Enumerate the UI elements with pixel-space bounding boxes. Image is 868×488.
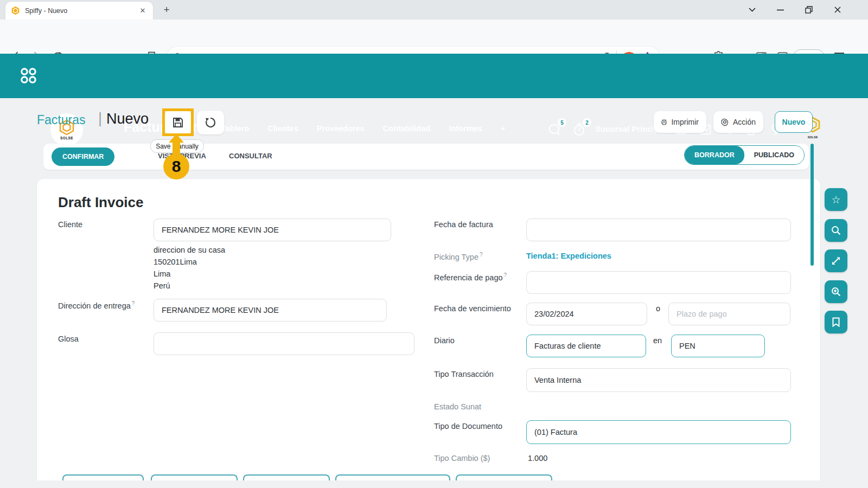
cliente-input[interactable] bbox=[154, 219, 391, 241]
timer-badge: 2 bbox=[583, 118, 591, 127]
tipo-documento-input[interactable] bbox=[526, 420, 791, 444]
bottom-tab-stub[interactable] bbox=[456, 474, 552, 480]
favicon-hexagon bbox=[11, 6, 20, 15]
fecha-factura-input[interactable] bbox=[526, 219, 791, 241]
app-header: SOLSE Facturacion Tablero Clientes Prove… bbox=[0, 54, 868, 98]
tab-close-icon[interactable]: ✕ bbox=[138, 6, 148, 16]
new-button[interactable]: Nuevo bbox=[775, 111, 813, 133]
action-button[interactable]: Acción bbox=[713, 111, 763, 133]
new-tab-button[interactable]: + bbox=[161, 4, 173, 16]
minimize-icon[interactable] bbox=[773, 2, 788, 17]
brand-name: SOLSE bbox=[60, 136, 73, 140]
browser-tab[interactable]: Spiffy - Nuevo ✕ bbox=[5, 2, 153, 20]
direccion-entrega-label: Dirección de entrega? bbox=[58, 300, 135, 310]
address-line: direccion de su casa bbox=[154, 244, 225, 256]
expand-button[interactable] bbox=[825, 249, 847, 272]
tab-strip: Spiffy - Nuevo ✕ + bbox=[0, 0, 868, 20]
invoice-form-card: Draft Invoice Cliente direccion de su ca… bbox=[37, 179, 820, 480]
print-button[interactable]: Imprimir bbox=[654, 111, 706, 133]
favorite-icon: ☆ bbox=[831, 194, 840, 206]
menu-add[interactable]: + bbox=[501, 124, 505, 133]
save-floppy-icon bbox=[173, 117, 183, 128]
fecha-vencimiento-input[interactable] bbox=[526, 303, 647, 325]
stopwatch-icon[interactable]: 2 bbox=[571, 122, 586, 137]
address-line: Lima bbox=[154, 268, 225, 280]
bottom-tab-stub[interactable] bbox=[151, 474, 238, 480]
moneda-input[interactable] bbox=[671, 335, 765, 357]
form-title: Draft Invoice bbox=[58, 194, 144, 211]
confirmar-button[interactable]: CONFIRMAR bbox=[52, 147, 114, 166]
breadcrumb-current: Nuevo bbox=[106, 111, 149, 127]
estado-sunat-label: Estado Sunat bbox=[434, 402, 481, 411]
state-publicado[interactable]: PUBLICADO bbox=[744, 146, 804, 164]
expand-icon bbox=[831, 256, 841, 266]
address-line: 150201Lima bbox=[154, 256, 225, 268]
browser-toolbar: localizacion.solse.pe/web#menu_id=435&ac… bbox=[0, 20, 868, 54]
discard-button[interactable] bbox=[197, 111, 224, 134]
referencia-pago-label: Referencia de pago? bbox=[434, 272, 507, 282]
bookmark-button[interactable] bbox=[825, 311, 847, 333]
tipo-cambio-value: 1.000 bbox=[528, 454, 547, 463]
menu-proveedores[interactable]: Proveedores bbox=[317, 124, 365, 133]
breadcrumb-separator: | bbox=[98, 110, 102, 127]
menu-clientes[interactable]: Clientes bbox=[267, 124, 298, 133]
apps-grid-icon[interactable] bbox=[20, 67, 37, 87]
chat-icon[interactable]: 5 bbox=[546, 122, 561, 137]
diario-label: Diario bbox=[434, 336, 455, 345]
zoom-in-button[interactable] bbox=[825, 280, 847, 303]
action-label: Acción bbox=[733, 118, 756, 126]
help-marker: ? bbox=[504, 272, 507, 278]
picking-type-label: Picking Type? bbox=[434, 252, 483, 261]
browser-window: Spiffy - Nuevo ✕ + localizacion.solse.pe… bbox=[0, 0, 868, 488]
tab-title: Spiffy - Nuevo bbox=[25, 7, 138, 15]
chat-badge: 5 bbox=[558, 118, 566, 127]
search-icon bbox=[831, 226, 841, 235]
zoom-in-icon bbox=[831, 287, 841, 297]
plazo-pago-input[interactable] bbox=[668, 303, 790, 325]
bookmark-icon bbox=[832, 317, 840, 327]
cliente-label: Cliente bbox=[58, 220, 82, 229]
annotation-step-marker: 8 bbox=[163, 153, 189, 179]
address-line: Perú bbox=[154, 280, 225, 292]
bottom-tab-stub[interactable] bbox=[62, 474, 144, 480]
app-menu: Tablero Clientes Proveedores Contabilida… bbox=[221, 124, 505, 133]
scrollbar-thumb[interactable] bbox=[810, 144, 814, 266]
tab-search-chevron-icon[interactable] bbox=[744, 2, 760, 17]
fecha-vencimiento-label: Fecha de vencimiento bbox=[434, 304, 511, 313]
state-borrador[interactable]: BORRADOR bbox=[685, 146, 744, 164]
direccion-entrega-input[interactable] bbox=[154, 299, 387, 322]
menu-tablero[interactable]: Tablero bbox=[221, 124, 249, 133]
close-window-icon[interactable] bbox=[830, 2, 845, 17]
viewport-bottom-edge bbox=[0, 480, 868, 488]
en-separator: en bbox=[653, 336, 662, 345]
print-label: Imprimir bbox=[671, 118, 699, 126]
tipo-cambio-label: Tipo Cambio ($) bbox=[434, 454, 490, 463]
gear-icon bbox=[721, 117, 729, 127]
restore-icon[interactable] bbox=[801, 2, 816, 17]
referencia-pago-input[interactable] bbox=[526, 271, 791, 294]
tipo-transaccion-input[interactable] bbox=[526, 368, 791, 392]
menu-informes[interactable]: Informes bbox=[449, 124, 482, 133]
cliente-address: direccion de su casa 150201Lima Lima Per… bbox=[154, 244, 225, 292]
brand-name: SOLSE bbox=[803, 136, 822, 139]
help-marker: ? bbox=[480, 252, 483, 258]
tipo-documento-label: Tipo de Documento bbox=[434, 422, 502, 431]
favorite-button[interactable]: ☆ bbox=[825, 188, 847, 211]
breadcrumb-facturas[interactable]: Facturas bbox=[37, 113, 85, 127]
save-button[interactable] bbox=[164, 111, 192, 134]
or-separator: o bbox=[656, 304, 660, 313]
menu-contabilidad[interactable]: Contabilidad bbox=[383, 124, 431, 133]
help-marker: ? bbox=[132, 300, 135, 306]
diario-input[interactable] bbox=[526, 335, 646, 357]
consultar-button[interactable]: CONSULTAR bbox=[229, 152, 272, 160]
state-toggle: BORRADOR PUBLICADO bbox=[684, 145, 805, 165]
glosa-label: Glosa bbox=[58, 335, 79, 343]
tipo-transaccion-label: Tipo Transacción bbox=[434, 370, 494, 378]
undo-icon bbox=[205, 117, 216, 129]
search-button[interactable] bbox=[825, 219, 847, 242]
bottom-tab-stub[interactable] bbox=[335, 474, 450, 480]
fecha-factura-label: Fecha de factura bbox=[434, 220, 493, 229]
glosa-input[interactable] bbox=[154, 332, 414, 355]
picking-type-link[interactable]: Tienda1: Expediciones bbox=[526, 252, 611, 260]
bottom-tab-stub[interactable] bbox=[243, 474, 330, 480]
